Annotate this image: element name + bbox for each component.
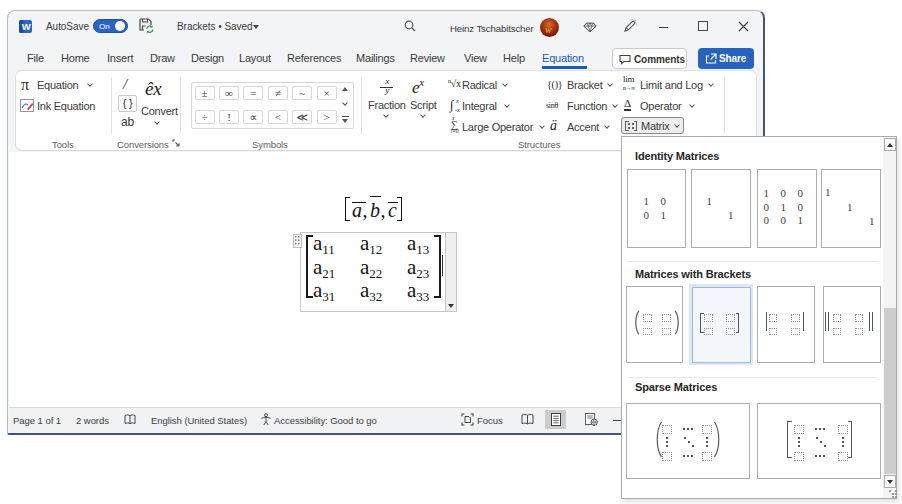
svg-text:W: W [22, 21, 31, 32]
